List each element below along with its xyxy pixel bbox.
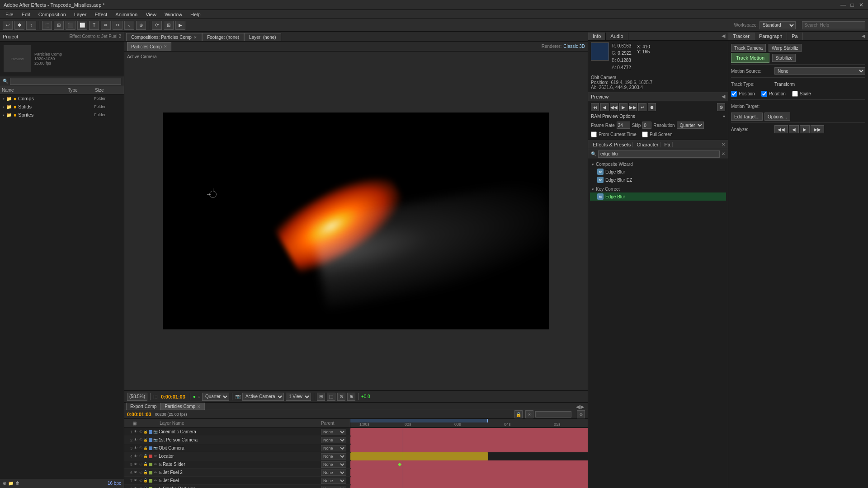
effects-search-close[interactable]: ✕ [722, 151, 725, 156]
menu-edit[interactable]: Edit [18, 11, 34, 18]
project-search-bar[interactable]: 🔍 [0, 76, 124, 86]
tab-compositions[interactable]: Compositions: Particles Comp ✕ [126, 33, 202, 41]
menu-effect[interactable]: Effect [91, 11, 111, 18]
resolution-select[interactable]: Quarter [677, 122, 704, 129]
tl-expand-icon[interactable]: ◀ [576, 404, 580, 410]
tl-solo-btn[interactable]: ☉ [525, 410, 533, 418]
toolbar-btn-13[interactable]: ⟳ [152, 21, 162, 30]
toolbar-btn-2[interactable]: ✱ [14, 21, 24, 30]
view-options-select[interactable]: 1 View [286, 393, 311, 401]
particles-comp-tab[interactable]: Particles Comp ✕ [127, 42, 171, 51]
tl-export-tab[interactable]: Export Comp [126, 403, 160, 410]
toolbar-btn-14[interactable]: ⊞ [164, 21, 174, 30]
layer-5-parent-select[interactable]: None [321, 461, 346, 468]
rotation-checkbox[interactable] [761, 91, 767, 97]
menu-file[interactable]: File [2, 11, 17, 18]
current-time-display[interactable]: 0:00:01:03 [159, 394, 187, 399]
toolbar-btn-12[interactable]: ⊕ [136, 21, 146, 30]
layer-2-eye[interactable]: 👁 [133, 438, 138, 442]
layer-8-eye[interactable]: 👁 [133, 487, 138, 488]
layer-row-8[interactable]: 8 👁 ☉ 🔓 ✏ fx Smoke Particles None [124, 485, 350, 488]
preview-first-frame[interactable]: ⏮ [591, 103, 599, 111]
info-expand-btn[interactable]: ◀ [719, 33, 728, 39]
tab-layer[interactable]: Layer: (none) [244, 33, 281, 41]
layer-7-lock[interactable]: 🔓 [143, 479, 148, 483]
magnification-select[interactable]: Quarter [202, 393, 229, 401]
preview-play[interactable]: ▶ [619, 103, 627, 111]
position-checkbox[interactable] [731, 91, 737, 97]
menu-animation[interactable]: Animation [112, 11, 141, 18]
fx-item-edge-blur-ez[interactable]: fx Edge Blur EZ [590, 176, 726, 184]
layer-row-6[interactable]: 6 👁 ☉ 🔓 ✏ fx Jet Fuel 2 None [124, 469, 350, 477]
mask-btn[interactable]: ⬚ [327, 393, 335, 401]
fx-group-key-correct-header[interactable]: Key Correct [590, 186, 726, 192]
effects-tab-character[interactable]: Character [635, 142, 660, 147]
layer-6-solo[interactable]: ☉ [138, 470, 143, 475]
tracker-tab-paragraph[interactable]: Paragraph [755, 33, 787, 40]
layer-5-solo[interactable]: ☉ [138, 462, 143, 467]
grid-btn[interactable]: ⊞ [317, 393, 325, 401]
layer-5-eye[interactable]: 👁 [133, 462, 138, 467]
full-screen-checkbox[interactable] [642, 131, 648, 137]
zoom-display[interactable]: (58.5%) [127, 393, 147, 401]
timeline-current-time[interactable]: 0:00:01:03 [127, 412, 151, 417]
layer-7-parent-select[interactable]: None [321, 478, 346, 484]
layer-1-eye[interactable]: 👁 [133, 430, 138, 434]
layer-3-lock[interactable]: 🔓 [143, 446, 148, 450]
expand-solids[interactable]: ▸ [3, 105, 5, 109]
close-btn[interactable]: ✕ [858, 2, 864, 8]
frame-rate-input[interactable]: 24 [617, 122, 630, 129]
fx-group-composite-wizard-header[interactable]: Composite Wizard [590, 161, 726, 168]
tl-settings-btn[interactable]: ⚙ [577, 410, 585, 418]
menu-help[interactable]: Help [187, 11, 204, 18]
track-camera-btn[interactable]: Track Camera [731, 44, 766, 52]
camera-view-select[interactable]: Active Camera [242, 393, 284, 401]
layer-4-parent-select[interactable]: None [321, 453, 346, 460]
tl-particles-tab[interactable]: Particles Comp ✕ [160, 403, 205, 410]
layer-row-7[interactable]: 7 👁 ☉ 🔓 ✏ fx Jet Fuel None [124, 477, 350, 485]
layer-7-solo[interactable]: ☉ [138, 479, 143, 483]
skip-input[interactable]: 0 [642, 122, 651, 129]
info-tab-info[interactable]: Info [588, 33, 606, 40]
track-motion-btn[interactable]: Track Motion [731, 53, 769, 63]
timeline-tracks[interactable]: 1:00s 02s 03s 04s 05s 06s 07s [350, 419, 588, 488]
options-btn[interactable]: Options... [764, 113, 790, 121]
scale-checkbox[interactable] [792, 91, 798, 97]
motion-source-select[interactable]: None [774, 67, 865, 75]
tab-close-compositions[interactable]: ✕ [193, 35, 197, 40]
preview-loop[interactable]: ↩ [638, 103, 646, 111]
expand-comps[interactable]: ▸ [3, 97, 5, 101]
layer-6-parent-select[interactable]: None [321, 469, 346, 476]
edit-target-btn[interactable]: Edit Target... [731, 113, 763, 121]
layer-row-1[interactable]: 1 👁 ☉ 🔓 📷 Cinematic Camera None [124, 428, 350, 436]
toolbar-btn-5[interactable]: ⊞ [54, 21, 64, 30]
timeline-search-input[interactable] [535, 411, 571, 418]
analyze-forward-one[interactable]: ▶ [800, 125, 810, 133]
layer-row-4[interactable]: 4 👁 ☉ 🔓 ✏ Locator None [124, 452, 350, 460]
layer-4-eye[interactable]: 👁 [133, 454, 138, 459]
snap-btn[interactable]: ⊕ [347, 393, 355, 401]
layer-3-eye[interactable]: 👁 [133, 446, 138, 450]
analyze-reverse-one[interactable]: ◀ [789, 125, 799, 133]
ram-preview-expand[interactable]: ▾ [723, 114, 725, 119]
fx-item-edge-blur-key[interactable]: fx Edge Blur [590, 192, 726, 201]
preview-expand-btn[interactable]: ◀ [722, 94, 725, 99]
toolbar-btn-9[interactable]: ✏ [101, 21, 111, 30]
toolbar-btn-8[interactable]: T [89, 21, 99, 30]
window-controls[interactable]: — □ ✕ [840, 2, 864, 8]
preview-record[interactable]: ⏺ [648, 103, 656, 111]
layer-1-lock[interactable]: 🔓 [143, 430, 148, 434]
minimize-btn[interactable]: — [840, 2, 846, 8]
folder-btn[interactable]: 📁 [8, 481, 14, 486]
layer-row-3[interactable]: 3 👁 ☉ 🔓 📷 Obit Camera None [124, 444, 350, 452]
layer-8-parent-select[interactable]: None [321, 486, 346, 488]
toolbar-btn-6[interactable]: ⬛ [66, 21, 75, 30]
layer-1-parent-select[interactable]: None [321, 429, 346, 435]
tracker-expand-btn[interactable]: ◀ [859, 33, 868, 38]
analyze-forward-all[interactable]: ▶▶ [811, 125, 824, 133]
menu-composition[interactable]: Composition [35, 11, 70, 18]
effects-tab-main[interactable]: Effects & Presets [591, 142, 633, 147]
project-item-comps[interactable]: ▸ 📁 ■ Comps Folder [0, 94, 124, 103]
layer-2-parent-select[interactable]: None [321, 437, 346, 443]
maximize-btn[interactable]: □ [849, 2, 855, 8]
